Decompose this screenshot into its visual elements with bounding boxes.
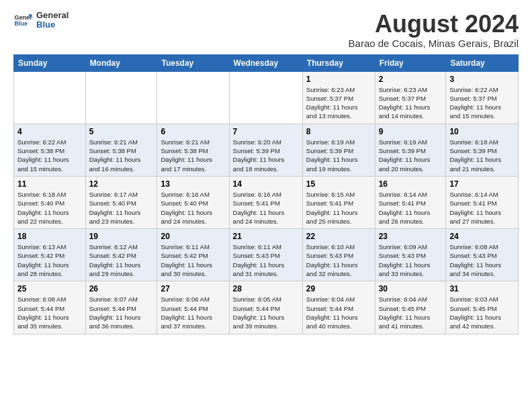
calendar-cell-w2-d7: 10Sunrise: 6:18 AMSunset: 5:39 PMDayligh… xyxy=(446,124,519,176)
calendar-cell-w1-d6: 2Sunrise: 6:23 AMSunset: 5:37 PMDaylight… xyxy=(375,71,446,124)
day-number: 18 xyxy=(17,232,82,241)
calendar-cell-w4-d5: 22Sunrise: 6:10 AMSunset: 5:43 PMDayligh… xyxy=(302,229,375,281)
calendar-cell-w5-d6: 30Sunrise: 6:04 AMSunset: 5:45 PMDayligh… xyxy=(375,281,446,334)
day-number: 10 xyxy=(449,127,515,136)
day-info: Sunrise: 6:09 AMSunset: 5:43 PMDaylight:… xyxy=(379,242,443,278)
day-number: 14 xyxy=(233,179,299,189)
logo-text-blue: Blue xyxy=(36,20,69,30)
day-info: Sunrise: 6:06 AMSunset: 5:44 PMDaylight:… xyxy=(161,295,225,330)
col-tuesday: Tuesday xyxy=(157,54,229,71)
day-info: Sunrise: 6:14 AMSunset: 5:41 PMDaylight:… xyxy=(379,190,443,226)
calendar-cell-w3-d2: 12Sunrise: 6:17 AMSunset: 5:40 PMDayligh… xyxy=(85,176,157,228)
day-info: Sunrise: 6:16 AMSunset: 5:41 PMDaylight:… xyxy=(233,190,299,226)
calendar-cell-w5-d4: 28Sunrise: 6:05 AMSunset: 5:44 PMDayligh… xyxy=(229,281,302,334)
day-number: 28 xyxy=(233,284,299,293)
logo-icon: General Blue xyxy=(13,11,32,30)
calendar-cell-w3-d4: 14Sunrise: 6:16 AMSunset: 5:41 PMDayligh… xyxy=(229,176,302,228)
day-info: Sunrise: 6:20 AMSunset: 5:39 PMDaylight:… xyxy=(233,138,299,173)
day-info: Sunrise: 6:03 AMSunset: 5:45 PMDaylight:… xyxy=(449,295,515,330)
day-info: Sunrise: 6:23 AMSunset: 5:37 PMDaylight:… xyxy=(306,85,371,121)
week-row-5: 25Sunrise: 6:08 AMSunset: 5:44 PMDayligh… xyxy=(14,281,519,334)
col-friday: Friday xyxy=(375,54,446,71)
day-number: 4 xyxy=(17,127,82,136)
calendar-cell-w4-d6: 23Sunrise: 6:09 AMSunset: 5:43 PMDayligh… xyxy=(375,229,446,281)
day-number: 11 xyxy=(17,179,82,189)
calendar-cell-w4-d7: 24Sunrise: 6:08 AMSunset: 5:43 PMDayligh… xyxy=(446,229,519,281)
day-info: Sunrise: 6:18 AMSunset: 5:39 PMDaylight:… xyxy=(449,138,515,173)
day-info: Sunrise: 6:21 AMSunset: 5:38 PMDaylight:… xyxy=(161,138,225,173)
day-info: Sunrise: 6:08 AMSunset: 5:44 PMDaylight:… xyxy=(17,295,82,330)
day-number: 25 xyxy=(17,284,82,293)
calendar-cell-w4-d1: 18Sunrise: 6:13 AMSunset: 5:42 PMDayligh… xyxy=(14,229,86,281)
calendar-cell-w2-d5: 8Sunrise: 6:19 AMSunset: 5:39 PMDaylight… xyxy=(302,124,375,176)
day-info: Sunrise: 6:13 AMSunset: 5:42 PMDaylight:… xyxy=(17,242,82,278)
day-number: 26 xyxy=(89,284,154,293)
subtitle: Barao de Cocais, Minas Gerais, Brazil xyxy=(349,38,519,49)
day-info: Sunrise: 6:17 AMSunset: 5:40 PMDaylight:… xyxy=(89,190,154,226)
day-number: 3 xyxy=(449,75,515,84)
day-info: Sunrise: 6:15 AMSunset: 5:41 PMDaylight:… xyxy=(306,190,371,226)
svg-text:Blue: Blue xyxy=(14,21,28,28)
day-info: Sunrise: 6:21 AMSunset: 5:38 PMDaylight:… xyxy=(89,138,154,173)
day-number: 21 xyxy=(233,232,299,241)
day-info: Sunrise: 6:22 AMSunset: 5:37 PMDaylight:… xyxy=(449,85,515,121)
calendar-cell-w2-d6: 9Sunrise: 6:19 AMSunset: 5:39 PMDaylight… xyxy=(375,124,446,176)
day-number: 15 xyxy=(306,179,371,189)
day-info: Sunrise: 6:22 AMSunset: 5:38 PMDaylight:… xyxy=(17,138,82,173)
day-number: 2 xyxy=(379,75,443,84)
day-number: 6 xyxy=(161,127,225,136)
calendar-cell-w3-d3: 13Sunrise: 6:16 AMSunset: 5:40 PMDayligh… xyxy=(157,176,229,228)
day-info: Sunrise: 6:19 AMSunset: 5:39 PMDaylight:… xyxy=(379,138,443,173)
day-info: Sunrise: 6:16 AMSunset: 5:40 PMDaylight:… xyxy=(161,190,225,226)
logo: General Blue General Blue xyxy=(13,11,69,30)
week-row-1: 1Sunrise: 6:23 AMSunset: 5:37 PMDaylight… xyxy=(14,71,519,124)
day-number: 13 xyxy=(161,179,225,189)
week-row-4: 18Sunrise: 6:13 AMSunset: 5:42 PMDayligh… xyxy=(14,229,519,281)
day-number: 30 xyxy=(379,284,443,293)
day-number: 9 xyxy=(379,127,443,136)
calendar-cell-w2-d4: 7Sunrise: 6:20 AMSunset: 5:39 PMDaylight… xyxy=(229,124,302,176)
col-saturday: Saturday xyxy=(446,54,519,71)
col-sunday: Sunday xyxy=(14,54,86,71)
day-number: 1 xyxy=(306,75,371,84)
calendar-cell-w1-d4 xyxy=(229,71,302,124)
calendar-cell-w5-d1: 25Sunrise: 6:08 AMSunset: 5:44 PMDayligh… xyxy=(14,281,86,334)
day-number: 24 xyxy=(449,232,515,241)
col-thursday: Thursday xyxy=(302,54,375,71)
day-info: Sunrise: 6:08 AMSunset: 5:43 PMDaylight:… xyxy=(449,242,515,278)
day-number: 8 xyxy=(306,127,371,136)
day-info: Sunrise: 6:05 AMSunset: 5:44 PMDaylight:… xyxy=(233,295,299,330)
day-number: 27 xyxy=(161,284,225,293)
page-container: General Blue General Blue August 2024 Ba… xyxy=(0,0,532,341)
col-monday: Monday xyxy=(85,54,157,71)
logo-text-general: General xyxy=(36,11,69,20)
day-number: 12 xyxy=(89,179,154,189)
calendar-body: 1Sunrise: 6:23 AMSunset: 5:37 PMDaylight… xyxy=(14,71,519,334)
day-number: 22 xyxy=(306,232,371,241)
calendar-cell-w3-d1: 11Sunrise: 6:18 AMSunset: 5:40 PMDayligh… xyxy=(14,176,86,228)
day-number: 16 xyxy=(379,179,443,189)
day-number: 19 xyxy=(89,232,154,241)
day-number: 7 xyxy=(233,127,299,136)
calendar-cell-w1-d7: 3Sunrise: 6:22 AMSunset: 5:37 PMDaylight… xyxy=(446,71,519,124)
calendar-cell-w3-d7: 17Sunrise: 6:14 AMSunset: 5:41 PMDayligh… xyxy=(446,176,519,228)
calendar-cell-w4-d2: 19Sunrise: 6:12 AMSunset: 5:42 PMDayligh… xyxy=(85,229,157,281)
calendar-table: Sunday Monday Tuesday Wednesday Thursday… xyxy=(13,54,519,334)
week-row-3: 11Sunrise: 6:18 AMSunset: 5:40 PMDayligh… xyxy=(14,176,519,228)
calendar-cell-w2-d2: 5Sunrise: 6:21 AMSunset: 5:38 PMDaylight… xyxy=(85,124,157,176)
day-info: Sunrise: 6:18 AMSunset: 5:40 PMDaylight:… xyxy=(17,190,82,226)
calendar-cell-w3-d5: 15Sunrise: 6:15 AMSunset: 5:41 PMDayligh… xyxy=(302,176,375,228)
calendar-cell-w2-d3: 6Sunrise: 6:21 AMSunset: 5:38 PMDaylight… xyxy=(157,124,229,176)
day-info: Sunrise: 6:19 AMSunset: 5:39 PMDaylight:… xyxy=(306,138,371,173)
day-info: Sunrise: 6:11 AMSunset: 5:42 PMDaylight:… xyxy=(161,242,225,278)
calendar-cell-w5-d7: 31Sunrise: 6:03 AMSunset: 5:45 PMDayligh… xyxy=(446,281,519,334)
day-info: Sunrise: 6:12 AMSunset: 5:42 PMDaylight:… xyxy=(89,242,154,278)
day-info: Sunrise: 6:07 AMSunset: 5:44 PMDaylight:… xyxy=(89,295,154,330)
day-info: Sunrise: 6:04 AMSunset: 5:44 PMDaylight:… xyxy=(306,295,371,330)
day-info: Sunrise: 6:14 AMSunset: 5:41 PMDaylight:… xyxy=(449,190,515,226)
day-number: 20 xyxy=(161,232,225,241)
title-block: August 2024 Barao de Cocais, Minas Gerai… xyxy=(349,11,519,49)
day-info: Sunrise: 6:23 AMSunset: 5:37 PMDaylight:… xyxy=(379,85,443,121)
calendar-cell-w5-d3: 27Sunrise: 6:06 AMSunset: 5:44 PMDayligh… xyxy=(157,281,229,334)
day-number: 31 xyxy=(449,284,515,293)
